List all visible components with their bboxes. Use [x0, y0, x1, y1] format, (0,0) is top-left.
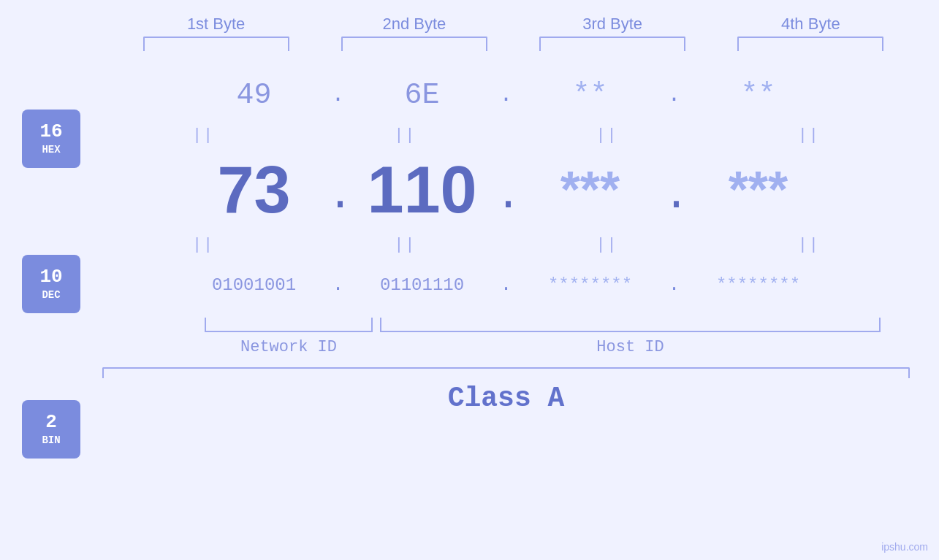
- dec-val-3: ***: [560, 161, 620, 219]
- dec-badge-label: DEC: [42, 289, 60, 301]
- main-container: 1st Byte 2nd Byte 3rd Byte 4th Byte 16 H…: [0, 0, 939, 560]
- bin-val-3: ********: [548, 275, 632, 295]
- dec-badge: 10 DEC: [22, 255, 80, 313]
- sep-hex-1: .: [327, 83, 349, 107]
- eq-2-1: ||: [123, 236, 284, 254]
- eq-2-4: ||: [729, 236, 889, 254]
- sep-dec-3: .: [664, 174, 685, 218]
- eq-1-4: ||: [729, 126, 889, 145]
- top-bracket-2: [341, 37, 487, 51]
- sep-bin-3: .: [664, 274, 685, 296]
- hex-val-2: 6E: [404, 79, 439, 112]
- hex-cell-3: **: [517, 79, 664, 112]
- dec-val-1: 73: [217, 153, 290, 228]
- bin-badge-label: BIN: [42, 434, 60, 446]
- eq-1-3: ||: [527, 126, 688, 145]
- byte-label-1: 1st Byte: [136, 15, 297, 34]
- byte-label-2: 2nd Byte: [334, 15, 495, 34]
- badges-column: 16 HEX 10 DEC 2 BIN: [0, 58, 102, 560]
- bin-cell-1: 01001001: [181, 275, 327, 295]
- values-area: 49 . 6E . ** . ** || || || ||: [102, 58, 939, 560]
- bin-badge: 2 BIN: [22, 400, 80, 459]
- dec-badge-num: 10: [39, 267, 62, 286]
- sep-hex-3: .: [664, 83, 685, 107]
- watermark: ipshu.com: [881, 541, 928, 553]
- eq-2-2: ||: [324, 236, 485, 254]
- dec-row: 73 . 110 . *** . ***: [102, 146, 939, 234]
- hex-cell-2: 6E: [349, 79, 495, 112]
- top-bracket-3: [539, 37, 685, 51]
- dec-cell-3: ***: [517, 161, 664, 219]
- hex-badge: 16 HEX: [22, 110, 80, 168]
- host-id-label: Host ID: [380, 338, 881, 356]
- class-bracket: [102, 367, 910, 378]
- sep-bin-2: .: [495, 274, 517, 296]
- bin-val-1: 01001001: [212, 275, 296, 295]
- hex-cell-1: 49: [181, 79, 327, 112]
- host-bracket: [380, 318, 881, 332]
- bin-val-2: 01101110: [380, 275, 464, 295]
- sep-hex-2: .: [495, 83, 517, 107]
- byte-label-4: 4th Byte: [730, 15, 891, 34]
- hex-val-1: 49: [236, 79, 271, 112]
- hex-badge-num: 16: [39, 122, 62, 141]
- eq-2-3: ||: [527, 236, 688, 254]
- bin-val-4: ********: [716, 275, 800, 295]
- bin-cell-3: ********: [517, 275, 664, 295]
- network-id-label: Network ID: [205, 338, 373, 356]
- hex-row: 49 . 6E . ** . **: [102, 66, 939, 124]
- eq-1-1: ||: [123, 126, 284, 145]
- main-grid: 16 HEX 10 DEC 2 BIN 49 . 6E: [0, 58, 939, 560]
- class-section: Class A: [102, 367, 939, 414]
- bin-cell-4: ********: [685, 275, 832, 295]
- top-bracket-4: [737, 37, 883, 51]
- bin-badge-num: 2: [45, 413, 57, 431]
- hex-badge-label: HEX: [42, 144, 60, 156]
- network-bracket: [205, 318, 373, 332]
- byte-headers-row: 1st Byte 2nd Byte 3rd Byte 4th Byte: [0, 15, 939, 34]
- top-brackets: [0, 37, 939, 51]
- equals-row-2: || || || ||: [102, 234, 939, 256]
- bottom-section: Network ID Host ID: [102, 318, 939, 356]
- equals-row-1: || || || ||: [102, 124, 939, 146]
- dec-cell-2: 110: [349, 153, 495, 228]
- bin-cell-2: 01101110: [349, 275, 495, 295]
- hex-cell-4: **: [685, 79, 832, 112]
- byte-label-3: 3rd Byte: [532, 15, 693, 34]
- dec-cell-1: 73: [181, 153, 327, 228]
- sep-dec-2: .: [495, 174, 517, 218]
- hex-val-4: **: [740, 79, 775, 112]
- dec-val-2: 110: [367, 153, 476, 228]
- top-bracket-1: [143, 37, 289, 51]
- dec-cell-4: ***: [685, 161, 832, 219]
- hex-val-3: **: [572, 79, 607, 112]
- bin-row: 01001001 . 01101110 . ******** . *******…: [102, 256, 939, 314]
- class-label: Class A: [102, 383, 910, 414]
- sep-bin-1: .: [327, 274, 349, 296]
- dec-val-4: ***: [729, 161, 788, 219]
- eq-1-2: ||: [324, 126, 485, 145]
- sep-dec-1: .: [327, 174, 349, 218]
